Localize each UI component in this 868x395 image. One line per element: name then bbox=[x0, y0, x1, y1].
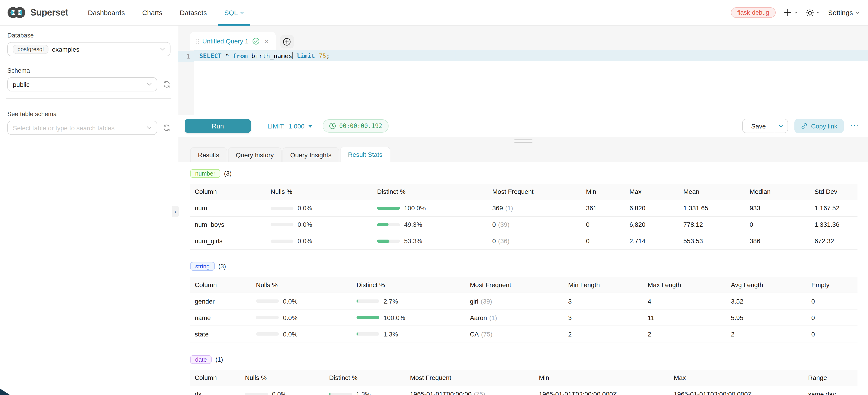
chevron-down-icon bbox=[147, 126, 152, 129]
query-tab[interactable]: Untitled Query 1 ✕ bbox=[190, 32, 275, 50]
stat-cell: 2,714 bbox=[625, 233, 679, 249]
stat-cell: 5.95 bbox=[726, 309, 807, 326]
more-actions-button[interactable]: ··· bbox=[850, 121, 862, 131]
column-name-cell: num_boys bbox=[190, 216, 266, 233]
nav-item-charts[interactable]: Charts bbox=[133, 0, 171, 25]
percent-bar-cell: 53.3% bbox=[373, 233, 488, 249]
stat-cell: 2 bbox=[643, 326, 726, 342]
copy-link-button[interactable]: Copy link bbox=[795, 119, 844, 133]
stat-cell: 0 bbox=[745, 216, 810, 233]
column-header: Column bbox=[190, 184, 266, 200]
tab-query-history[interactable]: Query history bbox=[228, 147, 282, 162]
theme-switcher[interactable] bbox=[806, 8, 820, 17]
nav-item-datasets[interactable]: Datasets bbox=[171, 0, 216, 25]
table-row: name0.0%100.0%Aaron(1)3115.950 bbox=[190, 309, 858, 326]
stat-cell: 1,331.65 bbox=[679, 200, 745, 216]
add-new-button[interactable] bbox=[784, 9, 798, 17]
stat-cell: 2 bbox=[726, 326, 807, 342]
database-engine-tag: postgresql bbox=[13, 44, 48, 54]
database-select[interactable]: postgresql examples bbox=[7, 42, 170, 56]
database-label: Database bbox=[7, 32, 170, 39]
schema-label: Schema bbox=[7, 67, 170, 74]
caret-down-icon bbox=[308, 125, 313, 127]
most-frequent-value: 0 bbox=[492, 221, 496, 228]
table-select-placeholder: Select table or type to search tables bbox=[13, 124, 115, 131]
query-tab-title: Untitled Query 1 bbox=[202, 37, 248, 45]
progress-bar bbox=[377, 239, 400, 243]
editor-code-area[interactable]: SELECT * from birth_names limit 75; bbox=[194, 50, 868, 115]
grip-icon bbox=[514, 140, 532, 144]
refresh-schemas-icon[interactable] bbox=[163, 81, 170, 88]
stat-cell: 672.32 bbox=[810, 233, 858, 249]
column-count: (1) bbox=[216, 356, 223, 363]
new-query-tab-button[interactable] bbox=[280, 35, 294, 49]
mouse-cursor bbox=[0, 389, 10, 395]
collapse-sidebar-button[interactable]: ‹ bbox=[172, 206, 179, 217]
sidebar-divider bbox=[6, 142, 172, 142]
tab-result-stats[interactable]: Result Stats bbox=[340, 147, 390, 162]
save-options-caret[interactable] bbox=[774, 119, 788, 132]
percent-bar-cell: 0.0% bbox=[251, 293, 352, 309]
sql-editor[interactable]: 1 SELECT * from birth_names limit 75; bbox=[178, 50, 868, 115]
run-query-button[interactable]: Run bbox=[185, 119, 251, 133]
percent-bar-cell: 0.0% bbox=[251, 309, 352, 326]
column-header: Max Length bbox=[643, 277, 726, 293]
percent-label: 0.0% bbox=[283, 330, 298, 338]
percent-bar-cell: 100.0% bbox=[352, 309, 465, 326]
tab-query-insights[interactable]: Query Insights bbox=[282, 147, 339, 162]
stat-cell: 3 bbox=[564, 309, 643, 326]
limit-value: 1 000 bbox=[288, 122, 304, 130]
stat-cell: 0 bbox=[581, 216, 625, 233]
progress-bar-fill bbox=[356, 299, 358, 303]
save-button[interactable]: Save bbox=[743, 119, 774, 132]
table-row: num0.0%100.0%369(1)3616,8201,331.659331,… bbox=[190, 200, 858, 216]
query-timer: 00:00:00.192 bbox=[323, 119, 389, 132]
percent-bar-cell: 0.0% bbox=[266, 200, 373, 216]
column-header: Most Frequent bbox=[405, 370, 534, 386]
tab-results[interactable]: Results bbox=[190, 147, 227, 162]
close-tab-icon[interactable]: ✕ bbox=[263, 37, 270, 45]
stat-cell: 11 bbox=[643, 309, 726, 326]
panel-resize-handle[interactable] bbox=[178, 137, 868, 147]
chevron-down-icon bbox=[794, 11, 798, 14]
column-header: Range bbox=[804, 370, 858, 386]
drag-handle-icon[interactable] bbox=[196, 39, 198, 44]
navbar-right: flask-debug Settings bbox=[731, 7, 862, 18]
brand-name: Superset bbox=[30, 7, 68, 18]
percent-label: 0.0% bbox=[283, 314, 298, 321]
nav-item-dashboards[interactable]: Dashboards bbox=[79, 0, 133, 25]
stat-cell: 2 bbox=[564, 326, 643, 342]
top-navbar: Superset Dashboards Charts Datasets SQL … bbox=[0, 0, 868, 26]
chevron-down-icon bbox=[816, 11, 820, 14]
editor-toolbar: Run LIMIT: 1 000 00:00:00.192 Save bbox=[178, 115, 868, 137]
settings-menu[interactable]: Settings bbox=[828, 9, 860, 17]
percent-label: 1.3% bbox=[356, 390, 371, 395]
number-columns-section: number (3) ColumnNulls %Distinct %Most F… bbox=[190, 168, 863, 249]
table-row: num_boys0.0%49.3%0(39)06,820778.1201,331… bbox=[190, 216, 858, 233]
limit-dropdown[interactable]: LIMIT: 1 000 bbox=[268, 122, 313, 130]
column-count: (3) bbox=[224, 170, 231, 177]
sun-icon bbox=[806, 8, 814, 17]
percent-bar-cell: 100.0% bbox=[373, 200, 488, 216]
refresh-tables-icon[interactable] bbox=[163, 124, 170, 132]
chevron-down-icon bbox=[856, 11, 860, 14]
progress-bar bbox=[271, 239, 293, 243]
chevron-down-icon bbox=[240, 11, 244, 14]
column-name-cell: num_girls bbox=[190, 233, 266, 249]
table-select[interactable]: Select table or type to search tables bbox=[7, 121, 157, 135]
table-row: ds0.0%1.3%1965-01-01T00:00:00(75)1965-01… bbox=[190, 386, 858, 395]
most-frequent-cell: CA(75) bbox=[465, 326, 564, 342]
stat-cell: same day bbox=[804, 386, 858, 395]
percent-label: 1.3% bbox=[383, 330, 398, 338]
schema-select[interactable]: public bbox=[7, 77, 157, 91]
chevron-down-icon bbox=[147, 83, 152, 86]
sql-lab-sidebar: Database postgresql examples Schema publ… bbox=[0, 26, 178, 395]
nav-item-sql[interactable]: SQL bbox=[216, 0, 253, 25]
most-frequent-value: Aaron bbox=[470, 314, 487, 321]
table-row: state0.0%1.3%CA(75)2220 bbox=[190, 326, 858, 342]
date-columns-section: date (1) ColumnNulls %Distinct %Most Fre… bbox=[190, 354, 863, 395]
percent-bar-cell: 0.0% bbox=[251, 326, 352, 342]
most-frequent-cell: 1965-01-01T00:00:00(75) bbox=[405, 386, 534, 395]
progress-bar bbox=[271, 206, 293, 210]
superset-logo[interactable]: Superset bbox=[6, 6, 68, 19]
